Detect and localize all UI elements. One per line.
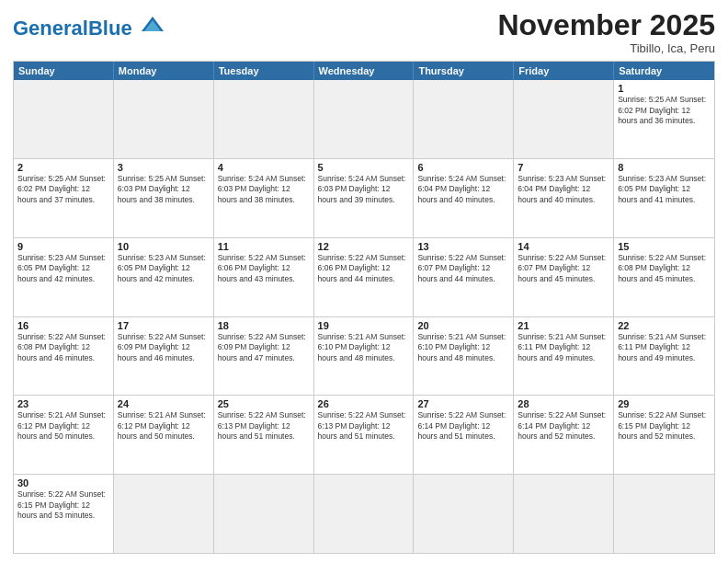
- day-info: Sunrise: 5:21 AM Sunset: 6:11 PM Dayligh…: [518, 332, 609, 363]
- table-row: 30Sunrise: 5:22 AM Sunset: 6:15 PM Dayli…: [14, 475, 114, 553]
- day-info: Sunrise: 5:21 AM Sunset: 6:10 PM Dayligh…: [417, 332, 509, 363]
- table-row: 4Sunrise: 5:24 AM Sunset: 6:03 PM Daylig…: [214, 159, 314, 237]
- logo: GeneralBlue: [13, 13, 165, 39]
- table-row: 26Sunrise: 5:22 AM Sunset: 6:13 PM Dayli…: [314, 396, 415, 474]
- table-row: 15Sunrise: 5:22 AM Sunset: 6:08 PM Dayli…: [614, 238, 714, 316]
- title-block: November 2025 Tibillo, Ica, Peru: [497, 9, 715, 55]
- table-row: [14, 80, 114, 158]
- table-row: 8Sunrise: 5:23 AM Sunset: 6:05 PM Daylig…: [614, 159, 714, 237]
- day-info: Sunrise: 5:25 AM Sunset: 6:03 PM Dayligh…: [118, 174, 210, 205]
- table-row: 13Sunrise: 5:22 AM Sunset: 6:07 PM Dayli…: [414, 238, 514, 316]
- table-row: 10Sunrise: 5:23 AM Sunset: 6:05 PM Dayli…: [114, 238, 214, 316]
- day-number: 8: [618, 162, 711, 173]
- calendar-header: Sunday Monday Tuesday Wednesday Thursday…: [14, 62, 714, 80]
- day-info: Sunrise: 5:22 AM Sunset: 6:08 PM Dayligh…: [17, 332, 109, 363]
- day-info: Sunrise: 5:24 AM Sunset: 6:03 PM Dayligh…: [318, 174, 410, 205]
- day-info: Sunrise: 5:22 AM Sunset: 6:14 PM Dayligh…: [518, 410, 609, 442]
- day-info: Sunrise: 5:23 AM Sunset: 6:05 PM Dayligh…: [17, 253, 109, 284]
- day-info: Sunrise: 5:21 AM Sunset: 6:11 PM Dayligh…: [618, 332, 711, 363]
- day-number: 1: [618, 83, 711, 94]
- day-number: 11: [218, 241, 310, 252]
- day-info: Sunrise: 5:22 AM Sunset: 6:15 PM Dayligh…: [618, 410, 711, 442]
- header-monday: Monday: [114, 62, 214, 80]
- month-title: November 2025: [497, 9, 715, 41]
- table-row: 20Sunrise: 5:21 AM Sunset: 6:10 PM Dayli…: [414, 317, 514, 396]
- day-info: Sunrise: 5:24 AM Sunset: 6:03 PM Dayligh…: [218, 174, 310, 205]
- day-info: Sunrise: 5:21 AM Sunset: 6:12 PM Dayligh…: [118, 410, 210, 442]
- day-info: Sunrise: 5:23 AM Sunset: 6:05 PM Dayligh…: [618, 174, 711, 205]
- day-info: Sunrise: 5:21 AM Sunset: 6:12 PM Dayligh…: [17, 410, 109, 442]
- table-row: 5Sunrise: 5:24 AM Sunset: 6:03 PM Daylig…: [314, 159, 415, 237]
- table-row: 1Sunrise: 5:25 AM Sunset: 6:02 PM Daylig…: [614, 80, 714, 158]
- day-number: 17: [118, 320, 210, 331]
- calendar-row: 23Sunrise: 5:21 AM Sunset: 6:12 PM Dayli…: [14, 395, 714, 474]
- location: Tibillo, Ica, Peru: [497, 41, 715, 55]
- day-number: 26: [318, 398, 410, 409]
- day-info: Sunrise: 5:22 AM Sunset: 6:13 PM Dayligh…: [318, 410, 410, 442]
- logo-text: GeneralBlue: [13, 17, 138, 40]
- table-row: [214, 80, 314, 158]
- table-row: 27Sunrise: 5:22 AM Sunset: 6:14 PM Dayli…: [414, 396, 514, 474]
- calendar: Sunday Monday Tuesday Wednesday Thursday…: [13, 61, 715, 554]
- table-row: [514, 80, 614, 158]
- day-number: 13: [417, 241, 509, 252]
- logo-general: General: [13, 17, 88, 40]
- table-row: [114, 80, 214, 158]
- day-info: Sunrise: 5:25 AM Sunset: 6:02 PM Dayligh…: [17, 174, 109, 205]
- table-row: 28Sunrise: 5:22 AM Sunset: 6:14 PM Dayli…: [514, 396, 614, 474]
- table-row: [414, 80, 514, 158]
- table-row: 18Sunrise: 5:22 AM Sunset: 6:09 PM Dayli…: [214, 317, 314, 396]
- day-info: Sunrise: 5:25 AM Sunset: 6:02 PM Dayligh…: [618, 95, 711, 126]
- day-number: 29: [618, 398, 711, 409]
- day-number: 15: [618, 241, 711, 252]
- table-row: 23Sunrise: 5:21 AM Sunset: 6:12 PM Dayli…: [14, 396, 114, 474]
- table-row: 6Sunrise: 5:24 AM Sunset: 6:04 PM Daylig…: [414, 159, 514, 237]
- table-row: 2Sunrise: 5:25 AM Sunset: 6:02 PM Daylig…: [14, 159, 114, 237]
- day-number: 24: [118, 398, 210, 409]
- day-info: Sunrise: 5:22 AM Sunset: 6:06 PM Dayligh…: [218, 253, 310, 284]
- calendar-row: 30Sunrise: 5:22 AM Sunset: 6:15 PM Dayli…: [14, 474, 714, 553]
- day-info: Sunrise: 5:22 AM Sunset: 6:06 PM Dayligh…: [318, 253, 410, 284]
- day-info: Sunrise: 5:23 AM Sunset: 6:04 PM Dayligh…: [518, 174, 609, 205]
- table-row: 9Sunrise: 5:23 AM Sunset: 6:05 PM Daylig…: [14, 238, 114, 316]
- day-number: 4: [218, 162, 310, 173]
- logo-icon: [140, 15, 165, 35]
- header-sunday: Sunday: [14, 62, 114, 80]
- day-info: Sunrise: 5:24 AM Sunset: 6:04 PM Dayligh…: [417, 174, 509, 205]
- table-row: 25Sunrise: 5:22 AM Sunset: 6:13 PM Dayli…: [214, 396, 314, 474]
- day-number: 21: [518, 320, 609, 331]
- table-row: 7Sunrise: 5:23 AM Sunset: 6:04 PM Daylig…: [514, 159, 614, 237]
- table-row: [514, 475, 614, 553]
- table-row: 16Sunrise: 5:22 AM Sunset: 6:08 PM Dayli…: [14, 317, 114, 396]
- day-number: 19: [318, 320, 410, 331]
- day-info: Sunrise: 5:22 AM Sunset: 6:07 PM Dayligh…: [417, 253, 509, 284]
- calendar-row: 16Sunrise: 5:22 AM Sunset: 6:08 PM Dayli…: [14, 316, 714, 396]
- day-info: Sunrise: 5:22 AM Sunset: 6:09 PM Dayligh…: [218, 332, 310, 363]
- table-row: 11Sunrise: 5:22 AM Sunset: 6:06 PM Dayli…: [214, 238, 314, 316]
- day-number: 30: [17, 477, 109, 488]
- day-number: 22: [618, 320, 711, 331]
- day-number: 6: [417, 162, 509, 173]
- table-row: 22Sunrise: 5:21 AM Sunset: 6:11 PM Dayli…: [614, 317, 714, 396]
- logo-blue: Blue: [88, 17, 132, 40]
- table-row: [214, 475, 314, 553]
- table-row: 17Sunrise: 5:22 AM Sunset: 6:09 PM Dayli…: [114, 317, 214, 396]
- table-row: 29Sunrise: 5:22 AM Sunset: 6:15 PM Dayli…: [614, 396, 714, 474]
- day-number: 28: [518, 398, 609, 409]
- calendar-row: 2Sunrise: 5:25 AM Sunset: 6:02 PM Daylig…: [14, 158, 714, 237]
- day-number: 16: [17, 320, 109, 331]
- table-row: 12Sunrise: 5:22 AM Sunset: 6:06 PM Dayli…: [314, 238, 415, 316]
- header: GeneralBlue November 2025 Tibillo, Ica, …: [13, 9, 715, 55]
- day-number: 14: [518, 241, 609, 252]
- table-row: [314, 80, 415, 158]
- table-row: [314, 475, 415, 553]
- day-info: Sunrise: 5:21 AM Sunset: 6:10 PM Dayligh…: [318, 332, 410, 363]
- table-row: 24Sunrise: 5:21 AM Sunset: 6:12 PM Dayli…: [114, 396, 214, 474]
- table-row: [114, 475, 214, 553]
- day-number: 20: [417, 320, 509, 331]
- day-info: Sunrise: 5:22 AM Sunset: 6:09 PM Dayligh…: [118, 332, 210, 363]
- day-info: Sunrise: 5:22 AM Sunset: 6:14 PM Dayligh…: [417, 410, 509, 442]
- table-row: [614, 475, 714, 553]
- day-info: Sunrise: 5:22 AM Sunset: 6:08 PM Dayligh…: [618, 253, 711, 284]
- day-number: 18: [218, 320, 310, 331]
